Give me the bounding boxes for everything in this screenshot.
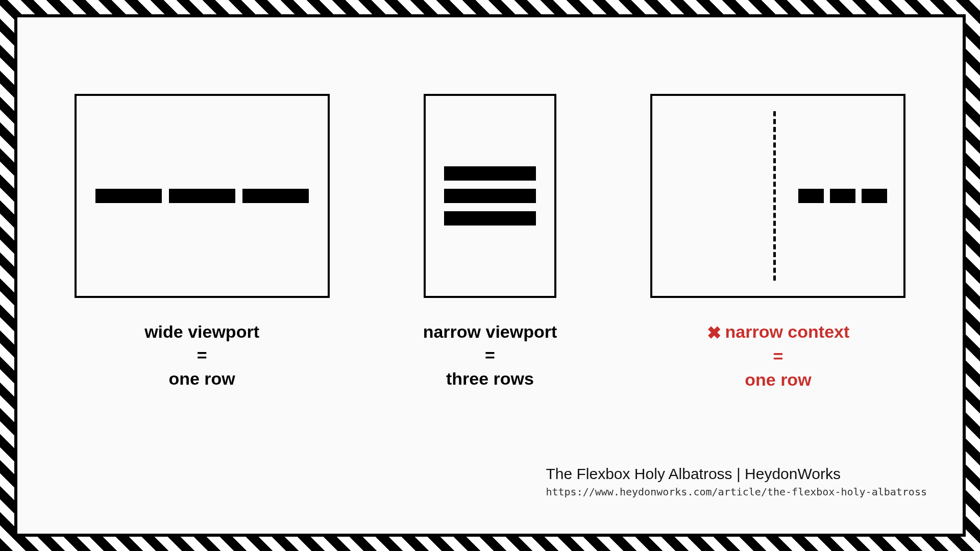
split-divider — [773, 111, 776, 281]
caption-line: three rows — [423, 367, 557, 391]
diagram-row: wide viewport = one row narrow viewport … — [17, 17, 963, 392]
viewport-box-split — [650, 94, 905, 298]
bar-item — [798, 189, 824, 203]
caption-line: one row — [707, 368, 850, 392]
credit-url: https://www.heydonworks.com/article/the-… — [546, 486, 927, 498]
credit-title: The Flexbox Holy Albatross | HeydonWorks — [546, 465, 927, 483]
bar-item — [444, 189, 536, 203]
bars-squished-row — [798, 189, 887, 203]
slide-panel: wide viewport = one row narrow viewport … — [14, 14, 966, 537]
caption-equals: = — [423, 344, 557, 367]
bar-item — [830, 189, 855, 203]
caption-line: wide viewport — [144, 320, 259, 344]
caption-equals: = — [144, 344, 259, 367]
caption-line: ✖narrow context — [707, 320, 850, 345]
bars-one-row — [95, 189, 309, 203]
bar-item — [862, 189, 887, 203]
diagram-wide-viewport: wide viewport = one row — [75, 94, 330, 391]
bar-item — [444, 166, 536, 181]
viewport-box-narrow — [424, 94, 556, 298]
viewport-box-wide — [75, 94, 330, 298]
diagram-narrow-context: ✖narrow context = one row — [650, 94, 905, 392]
caption-line: one row — [144, 367, 259, 391]
caption-narrow: narrow viewport = three rows — [423, 320, 557, 391]
bars-three-rows — [444, 166, 536, 226]
bar-item — [95, 189, 162, 203]
striped-border: wide viewport = one row narrow viewport … — [0, 0, 980, 551]
caption-line: narrow viewport — [423, 320, 557, 344]
bar-item — [242, 189, 309, 203]
caption-wide: wide viewport = one row — [144, 320, 259, 391]
caption-text: narrow context — [725, 322, 850, 341]
bar-item — [169, 189, 235, 203]
bar-item — [444, 211, 536, 226]
cross-icon: ✖ — [707, 321, 721, 345]
caption-context: ✖narrow context = one row — [707, 320, 850, 392]
diagram-narrow-viewport: narrow viewport = three rows — [423, 94, 557, 391]
caption-equals: = — [707, 345, 850, 368]
credit-block: The Flexbox Holy Albatross | HeydonWorks… — [546, 465, 927, 498]
